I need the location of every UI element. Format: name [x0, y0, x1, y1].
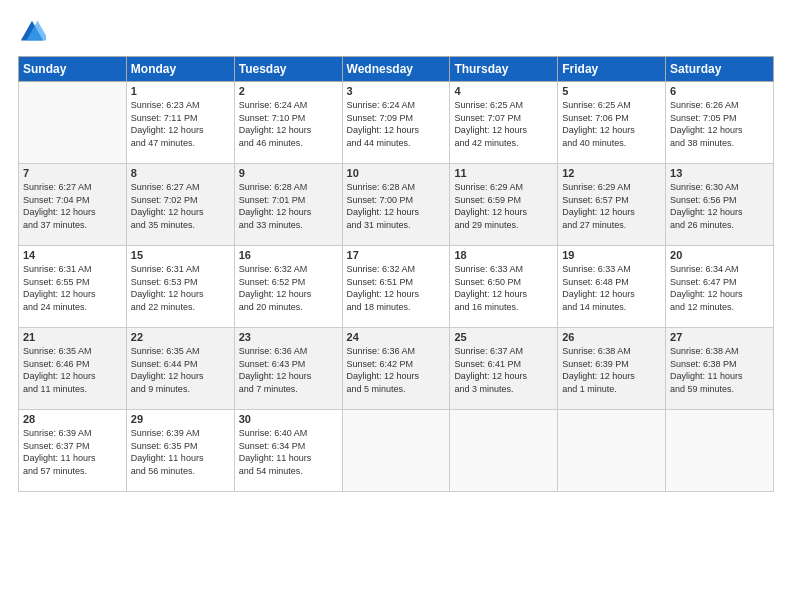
day-info: Sunrise: 6:39 AM Sunset: 6:37 PM Dayligh…: [23, 427, 122, 477]
day-number: 30: [239, 413, 338, 425]
calendar-cell: 7Sunrise: 6:27 AM Sunset: 7:04 PM Daylig…: [19, 164, 127, 246]
day-info: Sunrise: 6:28 AM Sunset: 7:00 PM Dayligh…: [347, 181, 446, 231]
calendar-week-row: 21Sunrise: 6:35 AM Sunset: 6:46 PM Dayli…: [19, 328, 774, 410]
day-number: 9: [239, 167, 338, 179]
day-info: Sunrise: 6:39 AM Sunset: 6:35 PM Dayligh…: [131, 427, 230, 477]
calendar-cell: 18Sunrise: 6:33 AM Sunset: 6:50 PM Dayli…: [450, 246, 558, 328]
calendar-cell: 30Sunrise: 6:40 AM Sunset: 6:34 PM Dayli…: [234, 410, 342, 492]
day-number: 3: [347, 85, 446, 97]
day-info: Sunrise: 6:34 AM Sunset: 6:47 PM Dayligh…: [670, 263, 769, 313]
day-number: 6: [670, 85, 769, 97]
day-number: 18: [454, 249, 553, 261]
calendar-table: SundayMondayTuesdayWednesdayThursdayFrid…: [18, 56, 774, 492]
calendar-cell: 12Sunrise: 6:29 AM Sunset: 6:57 PM Dayli…: [558, 164, 666, 246]
logo: [18, 18, 48, 46]
calendar-cell: 13Sunrise: 6:30 AM Sunset: 6:56 PM Dayli…: [666, 164, 774, 246]
calendar-cell: 20Sunrise: 6:34 AM Sunset: 6:47 PM Dayli…: [666, 246, 774, 328]
day-info: Sunrise: 6:31 AM Sunset: 6:55 PM Dayligh…: [23, 263, 122, 313]
day-number: 12: [562, 167, 661, 179]
calendar-week-row: 28Sunrise: 6:39 AM Sunset: 6:37 PM Dayli…: [19, 410, 774, 492]
day-info: Sunrise: 6:25 AM Sunset: 7:06 PM Dayligh…: [562, 99, 661, 149]
day-info: Sunrise: 6:33 AM Sunset: 6:50 PM Dayligh…: [454, 263, 553, 313]
calendar-header-row: SundayMondayTuesdayWednesdayThursdayFrid…: [19, 57, 774, 82]
day-number: 25: [454, 331, 553, 343]
calendar-cell: [666, 410, 774, 492]
calendar-cell: 24Sunrise: 6:36 AM Sunset: 6:42 PM Dayli…: [342, 328, 450, 410]
day-number: 8: [131, 167, 230, 179]
calendar-cell: 19Sunrise: 6:33 AM Sunset: 6:48 PM Dayli…: [558, 246, 666, 328]
day-info: Sunrise: 6:36 AM Sunset: 6:42 PM Dayligh…: [347, 345, 446, 395]
day-number: 26: [562, 331, 661, 343]
day-info: Sunrise: 6:23 AM Sunset: 7:11 PM Dayligh…: [131, 99, 230, 149]
day-info: Sunrise: 6:36 AM Sunset: 6:43 PM Dayligh…: [239, 345, 338, 395]
calendar-week-row: 14Sunrise: 6:31 AM Sunset: 6:55 PM Dayli…: [19, 246, 774, 328]
weekday-header-saturday: Saturday: [666, 57, 774, 82]
logo-icon: [18, 18, 46, 46]
day-info: Sunrise: 6:33 AM Sunset: 6:48 PM Dayligh…: [562, 263, 661, 313]
weekday-header-sunday: Sunday: [19, 57, 127, 82]
calendar-cell: 28Sunrise: 6:39 AM Sunset: 6:37 PM Dayli…: [19, 410, 127, 492]
day-number: 16: [239, 249, 338, 261]
day-number: 28: [23, 413, 122, 425]
day-info: Sunrise: 6:27 AM Sunset: 7:04 PM Dayligh…: [23, 181, 122, 231]
calendar-cell: 17Sunrise: 6:32 AM Sunset: 6:51 PM Dayli…: [342, 246, 450, 328]
day-info: Sunrise: 6:29 AM Sunset: 6:57 PM Dayligh…: [562, 181, 661, 231]
day-info: Sunrise: 6:38 AM Sunset: 6:38 PM Dayligh…: [670, 345, 769, 395]
calendar-cell: 21Sunrise: 6:35 AM Sunset: 6:46 PM Dayli…: [19, 328, 127, 410]
day-number: 19: [562, 249, 661, 261]
day-number: 13: [670, 167, 769, 179]
calendar-cell: [19, 82, 127, 164]
calendar-cell: 1Sunrise: 6:23 AM Sunset: 7:11 PM Daylig…: [126, 82, 234, 164]
day-number: 23: [239, 331, 338, 343]
day-info: Sunrise: 6:30 AM Sunset: 6:56 PM Dayligh…: [670, 181, 769, 231]
calendar-cell: 16Sunrise: 6:32 AM Sunset: 6:52 PM Dayli…: [234, 246, 342, 328]
day-info: Sunrise: 6:29 AM Sunset: 6:59 PM Dayligh…: [454, 181, 553, 231]
day-info: Sunrise: 6:28 AM Sunset: 7:01 PM Dayligh…: [239, 181, 338, 231]
weekday-header-thursday: Thursday: [450, 57, 558, 82]
day-number: 10: [347, 167, 446, 179]
day-info: Sunrise: 6:40 AM Sunset: 6:34 PM Dayligh…: [239, 427, 338, 477]
calendar-cell: 8Sunrise: 6:27 AM Sunset: 7:02 PM Daylig…: [126, 164, 234, 246]
day-number: 24: [347, 331, 446, 343]
calendar-cell: [558, 410, 666, 492]
day-number: 21: [23, 331, 122, 343]
day-info: Sunrise: 6:24 AM Sunset: 7:10 PM Dayligh…: [239, 99, 338, 149]
day-number: 7: [23, 167, 122, 179]
day-number: 15: [131, 249, 230, 261]
calendar-cell: 15Sunrise: 6:31 AM Sunset: 6:53 PM Dayli…: [126, 246, 234, 328]
calendar-cell: 9Sunrise: 6:28 AM Sunset: 7:01 PM Daylig…: [234, 164, 342, 246]
weekday-header-tuesday: Tuesday: [234, 57, 342, 82]
calendar-cell: 3Sunrise: 6:24 AM Sunset: 7:09 PM Daylig…: [342, 82, 450, 164]
page-header: [18, 18, 774, 46]
day-info: Sunrise: 6:31 AM Sunset: 6:53 PM Dayligh…: [131, 263, 230, 313]
calendar-cell: 6Sunrise: 6:26 AM Sunset: 7:05 PM Daylig…: [666, 82, 774, 164]
calendar-cell: 10Sunrise: 6:28 AM Sunset: 7:00 PM Dayli…: [342, 164, 450, 246]
day-number: 2: [239, 85, 338, 97]
day-info: Sunrise: 6:26 AM Sunset: 7:05 PM Dayligh…: [670, 99, 769, 149]
day-number: 22: [131, 331, 230, 343]
day-info: Sunrise: 6:27 AM Sunset: 7:02 PM Dayligh…: [131, 181, 230, 231]
calendar-cell: 29Sunrise: 6:39 AM Sunset: 6:35 PM Dayli…: [126, 410, 234, 492]
weekday-header-wednesday: Wednesday: [342, 57, 450, 82]
day-number: 11: [454, 167, 553, 179]
calendar-cell: 11Sunrise: 6:29 AM Sunset: 6:59 PM Dayli…: [450, 164, 558, 246]
day-number: 5: [562, 85, 661, 97]
day-number: 27: [670, 331, 769, 343]
day-number: 1: [131, 85, 230, 97]
weekday-header-monday: Monday: [126, 57, 234, 82]
day-number: 29: [131, 413, 230, 425]
calendar-cell: 22Sunrise: 6:35 AM Sunset: 6:44 PM Dayli…: [126, 328, 234, 410]
calendar-cell: 27Sunrise: 6:38 AM Sunset: 6:38 PM Dayli…: [666, 328, 774, 410]
weekday-header-friday: Friday: [558, 57, 666, 82]
calendar-cell: 23Sunrise: 6:36 AM Sunset: 6:43 PM Dayli…: [234, 328, 342, 410]
calendar-cell: 5Sunrise: 6:25 AM Sunset: 7:06 PM Daylig…: [558, 82, 666, 164]
day-info: Sunrise: 6:32 AM Sunset: 6:52 PM Dayligh…: [239, 263, 338, 313]
day-number: 4: [454, 85, 553, 97]
day-info: Sunrise: 6:24 AM Sunset: 7:09 PM Dayligh…: [347, 99, 446, 149]
calendar-cell: [342, 410, 450, 492]
day-number: 17: [347, 249, 446, 261]
calendar-cell: 26Sunrise: 6:38 AM Sunset: 6:39 PM Dayli…: [558, 328, 666, 410]
calendar-cell: 25Sunrise: 6:37 AM Sunset: 6:41 PM Dayli…: [450, 328, 558, 410]
calendar-week-row: 1Sunrise: 6:23 AM Sunset: 7:11 PM Daylig…: [19, 82, 774, 164]
day-info: Sunrise: 6:25 AM Sunset: 7:07 PM Dayligh…: [454, 99, 553, 149]
